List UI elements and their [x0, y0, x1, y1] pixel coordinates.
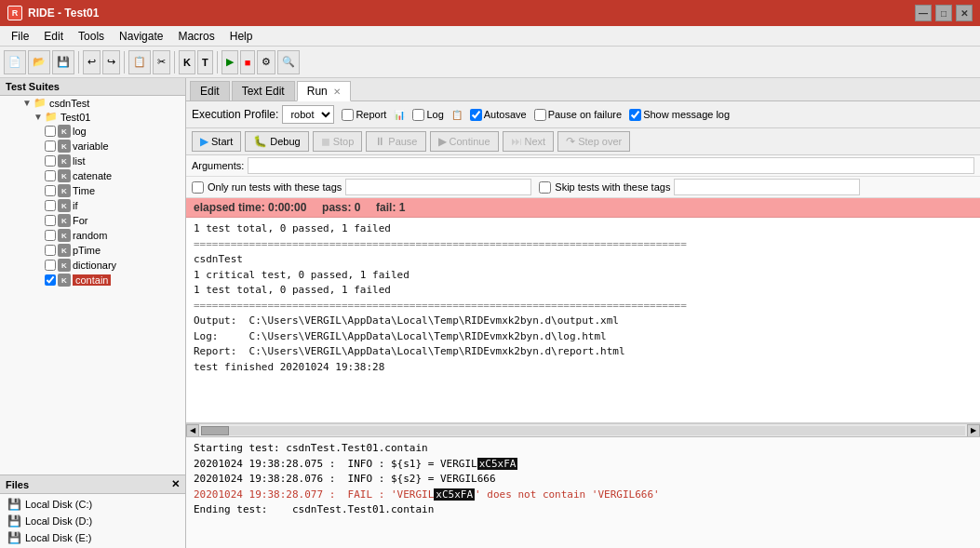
tree-checkbox[interactable] — [45, 170, 56, 181]
log-checkbox-label[interactable]: Log — [412, 109, 443, 121]
open-button[interactable]: 📂 — [28, 50, 50, 74]
log-line: Starting test: csdnTest.Test01.contain — [194, 441, 973, 457]
tree-item-dictionary[interactable]: Kdictionary — [0, 258, 185, 273]
report-checkbox[interactable] — [342, 109, 354, 121]
horizontal-scrollbar[interactable]: ◀ ▶ — [186, 423, 980, 436]
cut-button[interactable]: ✂ — [153, 50, 170, 74]
copy-button[interactable]: 📋 — [128, 50, 151, 74]
tree-item-label: catenate — [73, 170, 112, 181]
tree-item-if[interactable]: Kif — [0, 198, 185, 213]
tab-run[interactable]: Run✕ — [297, 81, 351, 101]
redo-button[interactable]: ↪ — [102, 50, 120, 74]
pause-on-failure-label[interactable]: Pause on failure — [534, 109, 623, 121]
main-layout: Test Suites ▼📁csdnTest▼📁Test01KlogKvaria… — [0, 78, 980, 548]
files-close-icon[interactable]: ✕ — [171, 478, 180, 490]
test-button-t[interactable]: T — [197, 50, 213, 74]
menu-item-tools[interactable]: Tools — [71, 28, 112, 45]
keyword-icon: K — [58, 169, 71, 182]
autosave-checkbox-label[interactable]: Autosave — [470, 109, 527, 121]
continue-button[interactable]: ▶ Continue — [430, 131, 499, 152]
keyword-button-k[interactable]: K — [179, 50, 195, 74]
menu-item-help[interactable]: Help — [222, 28, 261, 45]
tree-item-test01[interactable]: ▼📁Test01 — [0, 110, 185, 124]
tree-checkbox[interactable] — [45, 155, 56, 167]
autosave-checkbox[interactable] — [470, 109, 482, 121]
settings-button[interactable]: ⚙ — [257, 50, 275, 74]
tree-checkbox[interactable] — [45, 230, 56, 241]
tree-item-log[interactable]: Klog — [0, 124, 185, 139]
expand-icon: ▼ — [34, 112, 45, 122]
tree-checkbox[interactable] — [45, 185, 56, 196]
only-run-tags-input[interactable] — [345, 179, 531, 195]
output-line: Log: C:\Users\VERGIL\AppData\Local\Temp\… — [194, 329, 973, 345]
file-item-local-disk--e--[interactable]: 💾Local Disk (E:) — [0, 529, 185, 546]
show-message-log-checkbox[interactable] — [629, 109, 641, 121]
skip-tests-checkbox[interactable] — [539, 181, 551, 194]
skip-tests-tags-input[interactable] — [674, 179, 860, 195]
only-run-checkbox[interactable] — [192, 181, 204, 194]
tree-item-label: if — [73, 200, 78, 211]
search-button[interactable]: 🔍 — [277, 50, 300, 74]
scroll-thumb[interactable] — [201, 426, 229, 435]
tree-checkbox[interactable] — [45, 126, 56, 137]
tab-text-edit[interactable]: Text Edit — [232, 81, 295, 100]
stop-toolbar-button[interactable]: ■ — [240, 50, 256, 74]
show-message-log-label[interactable]: Show message log — [629, 109, 730, 121]
tree-checkbox[interactable] — [45, 245, 56, 256]
menu-item-edit[interactable]: Edit — [36, 28, 71, 45]
output-area[interactable]: 1 test total, 0 passed, 1 failed========… — [186, 218, 980, 423]
scroll-track[interactable] — [201, 426, 965, 435]
tree-item-csdntest[interactable]: ▼📁csdnTest — [0, 96, 185, 110]
expand-icon: ▼ — [22, 98, 34, 108]
tree-item-label: csdnTest — [49, 98, 89, 109]
menu-item-macros[interactable]: Macros — [170, 28, 222, 45]
step-over-button[interactable]: ↷ Step over — [557, 131, 630, 152]
file-item-local-disk--c--[interactable]: 💾Local Disk (C:) — [0, 496, 185, 513]
tree-item-variable[interactable]: Kvariable — [0, 139, 185, 154]
tree-item-for[interactable]: KFor — [0, 213, 185, 228]
next-label: Next — [525, 136, 546, 147]
new-button[interactable]: 📄 — [4, 50, 26, 74]
menu-item-navigate[interactable]: Navigate — [112, 28, 170, 45]
close-button[interactable]: ✕ — [956, 5, 973, 21]
tree-item-ptime[interactable]: KpTime — [0, 243, 185, 258]
maximize-button[interactable]: □ — [935, 5, 952, 21]
pause-button[interactable]: ⏸ Pause — [366, 131, 425, 152]
tree-item-contain[interactable]: Kcontain — [0, 273, 185, 287]
tree-checkbox[interactable] — [45, 200, 56, 211]
save-button[interactable]: 💾 — [52, 50, 74, 74]
tree-checkbox[interactable] — [45, 140, 56, 152]
debug-button[interactable]: 🐛 Debug — [245, 131, 308, 152]
tree-area[interactable]: ▼📁csdnTest▼📁Test01KlogKvariableKlistKcat… — [0, 96, 185, 474]
menu-item-file[interactable]: File — [4, 28, 36, 45]
message-log[interactable]: Starting test: csdnTest.Test01.contain20… — [186, 436, 980, 548]
pause-on-failure-checkbox[interactable] — [534, 109, 546, 121]
tree-item-catenate[interactable]: Kcatenate — [0, 168, 185, 183]
tree-item-label: pTime — [73, 245, 101, 256]
tree-checkbox[interactable] — [45, 274, 56, 286]
tree-checkbox[interactable] — [45, 260, 56, 271]
tree-checkbox[interactable] — [45, 215, 56, 226]
scroll-right-arrow[interactable]: ▶ — [967, 424, 980, 437]
execution-profile-select[interactable]: robot — [282, 105, 334, 124]
start-button[interactable]: ▶ Start — [192, 131, 241, 152]
tab-close-icon[interactable]: ✕ — [333, 87, 341, 97]
tags-row: Only run tests with these tags Skip test… — [186, 177, 980, 198]
file-item-local-disk--d--[interactable]: 💾Local Disk (D:) — [0, 513, 185, 529]
next-button[interactable]: ⏭ Next — [503, 131, 555, 152]
tab-edit[interactable]: Edit — [190, 81, 230, 100]
log-line: Ending test: csdnTest.Test01.contain — [194, 502, 973, 518]
tree-item-time[interactable]: KTime — [0, 183, 185, 198]
tree-item-random[interactable]: Krandom — [0, 228, 185, 243]
report-checkbox-label[interactable]: Report — [342, 109, 386, 121]
undo-button[interactable]: ↩ — [83, 50, 101, 74]
folder-icon: 📁 — [45, 111, 58, 123]
log-checkbox[interactable] — [412, 109, 424, 121]
scroll-left-arrow[interactable]: ◀ — [186, 424, 199, 437]
run-button[interactable]: ▶ — [222, 50, 238, 74]
arguments-input[interactable] — [248, 157, 974, 174]
log-highlight: xC5xFA — [434, 488, 475, 501]
stop-button[interactable]: ◼ Stop — [313, 131, 363, 152]
minimize-button[interactable]: — — [915, 5, 932, 21]
tree-item-list[interactable]: Klist — [0, 154, 185, 168]
